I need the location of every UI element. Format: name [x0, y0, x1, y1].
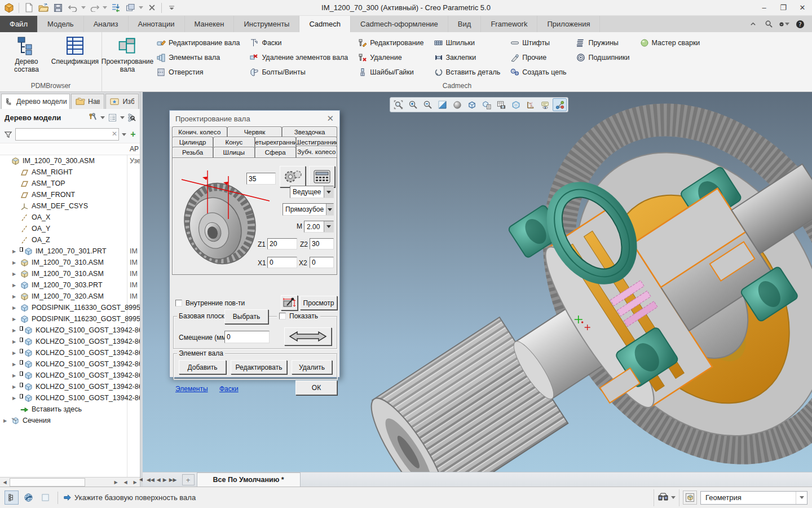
redo-dropdown[interactable] — [102, 1, 108, 15]
zoom-out-button[interactable] — [421, 98, 435, 111]
composition-tree-button[interactable]: Дерево состава — [2, 33, 51, 81]
tab-cadmech[interactable]: Cadmech — [299, 16, 351, 32]
add-element-button[interactable]: Добавить — [179, 360, 226, 374]
scroll-right-icon[interactable]: ▶ — [111, 478, 121, 487]
tree-tools-icon[interactable] — [87, 112, 98, 123]
panel-prev-icon[interactable]: ◀ — [121, 478, 130, 487]
tab-вид[interactable]: Вид — [448, 16, 482, 32]
annotation-display-button[interactable] — [538, 98, 552, 111]
tab-файл[interactable]: Файл — [0, 16, 38, 32]
dialog-tab-цилиндр[interactable]: Цилиндр — [172, 137, 213, 147]
scroll-thumb[interactable] — [10, 478, 85, 487]
zoom-in-button[interactable] — [406, 98, 420, 111]
tree-row[interactable]: OA_Z — [0, 234, 140, 246]
tab-инструменты[interactable]: Инструменты — [234, 16, 299, 32]
find-dropdown[interactable] — [671, 496, 676, 499]
dialog-tab-зубч-колесо[interactable]: Зубч. колесо — [296, 146, 337, 157]
add-sheet-button[interactable]: + — [182, 474, 195, 485]
tree-row[interactable]: OA_Y — [0, 223, 140, 234]
create-chain-button[interactable]: Создать цепь — [510, 66, 566, 78]
expand-icon[interactable]: ▶ — [12, 271, 20, 277]
graphics-area[interactable]: x/y ◀◀◀▶▶▶ + Все По Умолчанию * Проектир… — [143, 92, 812, 487]
tree-row[interactable]: ▶IM_1200_70_310.ASMIM — [0, 268, 140, 279]
tree-row[interactable]: OA_X — [0, 212, 140, 223]
search-icon[interactable] — [764, 19, 774, 29]
shaft-design-button[interactable]: Проектирование вала — [103, 33, 152, 81]
select-box-button[interactable] — [683, 491, 697, 505]
z1-input[interactable] — [267, 238, 297, 249]
ok-button[interactable]: ОК — [295, 380, 337, 395]
tree-row[interactable]: ▶KOLHZO_S100_GOST_13942-86.P — [0, 325, 140, 336]
tree-row[interactable]: ▶IM_1200_70_303.PRTIM — [0, 279, 140, 291]
restore-button[interactable]: ❐ — [774, 0, 793, 15]
expand-icon[interactable]: ▶ — [12, 396, 20, 401]
display-style-button[interactable] — [509, 98, 523, 111]
deletion-button[interactable]: Удаление — [358, 51, 423, 63]
inner-surfaces-checkbox[interactable]: Внутренние пов-ти — [175, 299, 245, 307]
elements-link[interactable]: Элементы — [175, 385, 208, 393]
browser-globe-button[interactable] — [21, 491, 36, 505]
view-manager-button[interactable] — [479, 98, 493, 111]
tree-row[interactable]: ▶KOLHZO_S100_GOST_13942-86.P — [0, 358, 140, 370]
show-checkbox[interactable]: Показать — [277, 312, 320, 320]
tooth-type-select[interactable]: Прямозубое — [283, 203, 334, 216]
help-icon[interactable]: ? — [795, 19, 805, 29]
filter-icon[interactable] — [2, 129, 14, 140]
tree-row[interactable]: IM_1200_70_300.ASMУзе — [0, 155, 140, 167]
tree-row[interactable]: ASM_DEF_CSYS — [0, 200, 140, 212]
scroll-left-icon[interactable]: ◀ — [0, 478, 10, 487]
tree-row[interactable]: ASM_FRONT — [0, 189, 140, 200]
expand-icon[interactable]: ▶ — [12, 351, 20, 356]
editing-button[interactable]: Редактирование — [358, 37, 423, 49]
open-file-button[interactable] — [37, 1, 50, 15]
expand-icon[interactable]: ▶ — [12, 249, 20, 254]
first-sheet-icon[interactable]: ◀◀ — [147, 477, 155, 483]
washers-nuts-button[interactable]: Шайбы/Гайки — [358, 66, 423, 78]
expand-icon[interactable]: ▶ — [12, 328, 20, 333]
pins-button[interactable]: Штифты — [510, 37, 566, 49]
tree-row[interactable]: ▶KOLHZO_S100_GOST_13942-86.P — [0, 336, 140, 347]
close-window-button[interactable] — [145, 1, 158, 15]
dialog-tab-резьба[interactable]: Резьба — [172, 147, 213, 157]
chamfers-link[interactable]: Фаски — [219, 385, 239, 393]
undo-dropdown[interactable] — [81, 1, 86, 15]
tree-search-field[interactable]: ✕ — [15, 128, 119, 141]
navigator-tab-folder-browser[interactable]: Нав — [71, 94, 105, 109]
dialog-tab-четырехгранник[interactable]: Четырехгранник — [255, 137, 296, 147]
selection-filter-select[interactable]: Геометрия — [700, 491, 807, 505]
undo-button[interactable] — [66, 1, 80, 15]
capture-button[interactable] — [494, 98, 508, 111]
x2-input[interactable] — [310, 257, 334, 268]
tab-модель[interactable]: Модель — [38, 16, 84, 32]
flip-direction-button[interactable] — [284, 327, 332, 345]
tree-toggle-button[interactable] — [5, 491, 19, 505]
tree-display-dropdown[interactable] — [119, 116, 125, 119]
tree-row[interactable]: ▶PODSIPNIK_116330_GOST_8995-75 — [0, 302, 140, 313]
redo-button[interactable] — [87, 1, 101, 15]
tab-анализ[interactable]: Анализ — [84, 16, 129, 32]
holes-button[interactable]: Отверстия — [157, 66, 240, 78]
tab-манекен[interactable]: Манекен — [185, 16, 235, 32]
delete-element-button[interactable]: Удалить — [292, 360, 332, 374]
refit-button[interactable] — [391, 98, 405, 111]
tree-row[interactable]: ▶KOLHZO_S100_GOST_13942-86.P — [0, 370, 140, 381]
tab-framework[interactable]: Framework — [481, 16, 537, 32]
dialog-tab-конус[interactable]: Конус — [213, 137, 254, 147]
tree-row[interactable]: ASM_RIGHT — [0, 167, 140, 178]
tree-row[interactable]: Вставить здесь — [0, 404, 140, 415]
find-icon[interactable] — [657, 492, 669, 503]
choose-button[interactable]: Выбрать — [224, 309, 268, 324]
tree-row[interactable]: ▶IM_1200_70_301.PRTIM — [0, 246, 140, 257]
expand-icon[interactable]: ▶ — [12, 317, 20, 322]
offset-input[interactable] — [224, 331, 270, 343]
rivets-button[interactable]: Заклепки — [434, 51, 501, 63]
sheet-tab[interactable]: Все По Умолчанию * — [197, 472, 301, 487]
clear-search-icon[interactable]: ✕ — [112, 130, 117, 138]
navigator-tab-favorites[interactable]: Изб — [105, 94, 139, 109]
x1-input[interactable] — [267, 257, 297, 268]
tree-search-icon[interactable] — [126, 112, 138, 123]
prev-sheet-icon[interactable]: ◀ — [157, 477, 161, 483]
drive-type-select[interactable]: Ведущее — [290, 186, 334, 198]
calculator-button[interactable] — [309, 166, 335, 187]
edit-element-button[interactable]: Редактировать — [231, 360, 287, 374]
